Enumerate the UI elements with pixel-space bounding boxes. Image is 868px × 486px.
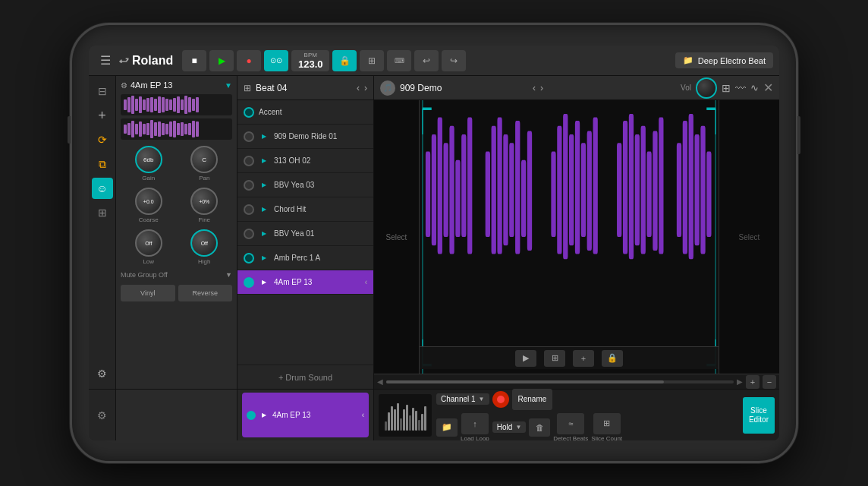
sidebar-settings-icon[interactable]: ⚙: [92, 363, 113, 384]
drum-item-accent[interactable]: Accent: [237, 100, 373, 125]
beat-next-button[interactable]: ›: [364, 83, 367, 93]
key-button[interactable]: ⌨: [387, 50, 411, 71]
bottom-sidebar-icon[interactable]: ⚙: [89, 390, 116, 440]
vinyl-button[interactable]: Vinyl: [121, 285, 175, 301]
sidebar-add-icon[interactable]: +: [92, 105, 113, 126]
instrument-header: ⚙ 4Am EP 13 ▼: [121, 80, 232, 90]
scroll-track[interactable]: [386, 380, 734, 383]
beat-prev-button[interactable]: ‹: [357, 83, 360, 93]
sampler-icons: ⊞ 〰 ∿: [722, 82, 759, 94]
pattern-button[interactable]: ⊙⊙: [264, 50, 288, 71]
sidebar-sequencer-icon[interactable]: ⧉: [92, 153, 113, 175]
lock-button[interactable]: 🔒: [332, 50, 357, 71]
mute-group[interactable]: Mute Group Off ▼: [121, 271, 232, 279]
channel-arrow-icon: ▼: [479, 396, 485, 402]
play-ctrl-button[interactable]: ▶: [515, 350, 536, 367]
drum-item-4am-ep[interactable]: ▶ 4Am EP 13 ‹: [237, 270, 373, 295]
drum-item-chord-hit[interactable]: ▶ Chord Hit: [237, 197, 373, 222]
redo-button[interactable]: ↪: [442, 50, 466, 71]
svg-rect-35: [617, 143, 621, 237]
waveform-right-select[interactable]: Select: [719, 100, 779, 374]
trim-ctrl-button[interactable]: ⊞: [544, 350, 565, 367]
pan-knob[interactable]: C: [190, 146, 218, 173]
rec-button[interactable]: [492, 391, 509, 408]
scroll-right-button[interactable]: ▶: [737, 377, 743, 386]
drum-item-bbv-yea-01[interactable]: ▶ BBV Yea 01: [237, 222, 373, 246]
slice-count-button[interactable]: ⊞: [593, 413, 621, 434]
pan-value: C: [202, 156, 206, 163]
load-loop-button[interactable]: ↑: [461, 413, 489, 434]
undo-button[interactable]: ↩: [414, 50, 439, 71]
svg-rect-20: [492, 126, 496, 254]
drum-play-bbv-yea-03[interactable]: ▶: [259, 180, 269, 191]
slice-editor-button[interactable]: SliceEditor: [743, 397, 775, 434]
bottom-drum-play[interactable]: ▶: [259, 410, 269, 421]
high-knob[interactable]: Off: [190, 229, 218, 257]
lock-ctrl-button[interactable]: 🔒: [602, 350, 623, 367]
detect-beats-label: Detect Beats: [553, 435, 588, 441]
low-value: Off: [145, 241, 152, 246]
zoom-out-button[interactable]: −: [763, 375, 776, 389]
drum-item-amb-perc[interactable]: ▶ Amb Perc 1 A: [237, 246, 373, 270]
bpm-display[interactable]: BPM 123.0: [291, 50, 329, 71]
folder-button[interactable]: 📁: [436, 418, 458, 437]
sampler-grid-icon[interactable]: ⊞: [722, 82, 731, 94]
sidebar-mixer-icon[interactable]: ⟳: [92, 129, 113, 150]
hold-label: Hold: [497, 423, 513, 431]
project-name-label: Deep Electro Beat: [698, 56, 766, 65]
sample-prev-button[interactable]: ‹: [533, 83, 536, 93]
sidebar-tracks-icon[interactable]: ⊟: [92, 80, 113, 102]
drum-play-amb-perc[interactable]: ▶: [259, 253, 269, 264]
coarse-value: +0.0: [143, 199, 154, 204]
left-sidebar: ⊟ + ⟳ ⧉ ☺ ⊞ ⚙: [89, 76, 116, 389]
bottom-drum-active[interactable]: ▶ 4Am EP 13 ‹: [242, 393, 369, 437]
project-name[interactable]: 📁 Deep Electro Beat: [675, 52, 773, 68]
sampler-close-button[interactable]: ✕: [763, 80, 773, 95]
grid-button[interactable]: ⊞: [360, 50, 384, 71]
scroll-left-button[interactable]: ◀: [377, 377, 383, 386]
trash-button[interactable]: 🗑: [529, 418, 550, 437]
add-ctrl-button[interactable]: +: [573, 350, 594, 367]
beat-header: ⊞ Beat 04 ‹ ›: [237, 76, 373, 100]
drum-item-bbv-yea-03[interactable]: ▶ BBV Yea 03: [237, 173, 373, 197]
record-button[interactable]: ●: [237, 50, 261, 71]
gain-knob[interactable]: 6db: [135, 146, 162, 173]
coarse-knob[interactable]: +0.0: [135, 188, 162, 215]
drum-expand-icon[interactable]: ‹: [365, 278, 367, 286]
sampler-wave-icon[interactable]: 〰: [735, 82, 746, 94]
rename-button[interactable]: Rename: [512, 389, 553, 410]
drum-item-313-oh[interactable]: ▶ 313 OH 02: [237, 149, 373, 173]
add-drum-button[interactable]: + Drum Sound: [237, 364, 373, 389]
sampler-envelope-icon[interactable]: ∿: [750, 82, 759, 93]
wave-bars-2: [124, 120, 199, 138]
waveform-left-select[interactable]: Select: [374, 100, 420, 374]
sidebar-grid-icon[interactable]: ⊞: [92, 202, 113, 223]
sample-next-button[interactable]: ›: [540, 83, 543, 93]
drum-play-313-oh[interactable]: ▶: [259, 156, 269, 166]
drum-play-909-ride[interactable]: ▶: [259, 131, 269, 142]
hold-select[interactable]: Hold ▼: [492, 421, 527, 433]
drum-play-chord-hit[interactable]: ▶: [259, 204, 269, 215]
drum-play-bbv-yea-01[interactable]: ▶: [259, 229, 269, 239]
drum-item-909-ride[interactable]: ▶ 909 Demo Ride 01: [237, 125, 373, 149]
low-knob[interactable]: Off: [135, 229, 162, 257]
waveform-area: Select: [374, 100, 779, 389]
detect-beats-group: ≈ Detect Beats: [553, 413, 588, 441]
zoom-in-button[interactable]: +: [746, 375, 760, 389]
reverse-button[interactable]: Reverse: [178, 285, 233, 301]
waveform-mini-1: [121, 94, 232, 115]
channel-label: Channel 1: [441, 395, 476, 403]
detect-beats-button[interactable]: ≈: [557, 413, 584, 434]
bottom-drum-collapse[interactable]: ‹: [362, 411, 364, 419]
fine-knob[interactable]: +0%: [190, 188, 218, 215]
vol-knob[interactable]: [696, 77, 717, 99]
channel-select[interactable]: Channel 1 ▼: [436, 393, 489, 405]
play-button[interactable]: ▶: [209, 50, 234, 71]
svg-rect-22: [503, 134, 508, 245]
sidebar-sampler-icon[interactable]: ☺: [92, 178, 113, 199]
inst-arrow-icon[interactable]: ▼: [225, 81, 232, 90]
svg-rect-46: [694, 134, 699, 245]
menu-icon[interactable]: ☰: [95, 50, 116, 71]
stop-button[interactable]: ■: [182, 50, 206, 71]
drum-play-4am-ep[interactable]: ▶: [259, 277, 269, 288]
